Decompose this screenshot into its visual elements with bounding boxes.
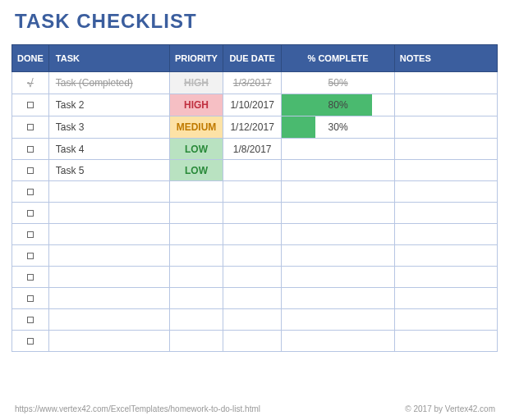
cell-notes[interactable] bbox=[394, 267, 497, 288]
cell-done[interactable] bbox=[12, 203, 49, 224]
cell-notes[interactable] bbox=[394, 309, 497, 331]
table-row bbox=[12, 309, 498, 331]
table-row bbox=[12, 245, 498, 267]
cell-task[interactable] bbox=[48, 309, 169, 331]
cell-task[interactable] bbox=[48, 267, 169, 288]
cell-task[interactable] bbox=[48, 245, 169, 267]
cell-due-date[interactable]: 1/8/2017 bbox=[223, 139, 281, 160]
cell-due-date[interactable] bbox=[223, 331, 281, 352]
cell-notes[interactable] bbox=[394, 72, 497, 94]
cell-notes[interactable] bbox=[394, 224, 497, 245]
cell-done[interactable] bbox=[12, 288, 49, 309]
cell-priority[interactable] bbox=[170, 331, 223, 352]
table-row: √Task (Completed)HIGH1/3/201750% bbox=[12, 72, 498, 94]
table-row bbox=[12, 181, 498, 203]
checkbox-icon bbox=[27, 189, 34, 195]
cell-task[interactable]: Task 5 bbox=[48, 160, 169, 181]
cell-task[interactable] bbox=[48, 331, 169, 352]
cell-pct-complete[interactable] bbox=[282, 331, 395, 352]
cell-due-date[interactable]: 1/10/2017 bbox=[223, 94, 281, 116]
cell-pct-complete[interactable] bbox=[282, 139, 395, 160]
table-row: Task 2HIGH1/10/201780% bbox=[12, 94, 498, 116]
cell-task[interactable]: Task (Completed) bbox=[48, 72, 169, 94]
cell-due-date[interactable] bbox=[223, 224, 281, 245]
cell-done[interactable] bbox=[12, 116, 49, 139]
cell-pct-complete[interactable]: 30% bbox=[282, 116, 395, 139]
cell-task[interactable]: Task 3 bbox=[48, 116, 169, 139]
cell-done[interactable] bbox=[12, 160, 49, 181]
pct-label: 50% bbox=[282, 72, 394, 94]
table-row bbox=[12, 331, 498, 352]
cell-notes[interactable] bbox=[394, 181, 497, 203]
cell-done[interactable]: √ bbox=[12, 72, 49, 94]
col-header-pct: % COMPLETE bbox=[282, 45, 395, 72]
cell-pct-complete[interactable] bbox=[282, 224, 395, 245]
cell-notes[interactable] bbox=[394, 160, 497, 181]
table-row bbox=[12, 288, 498, 309]
cell-notes[interactable] bbox=[394, 331, 497, 352]
cell-notes[interactable] bbox=[394, 94, 497, 116]
cell-done[interactable] bbox=[12, 245, 49, 267]
cell-priority[interactable]: HIGH bbox=[170, 72, 223, 94]
cell-pct-complete[interactable] bbox=[282, 288, 395, 309]
cell-done[interactable] bbox=[12, 267, 49, 288]
checkbox-icon bbox=[27, 167, 34, 174]
cell-task[interactable]: Task 2 bbox=[48, 94, 169, 116]
cell-pct-complete[interactable] bbox=[282, 160, 395, 181]
col-header-priority: PRIORITY bbox=[170, 45, 223, 72]
cell-priority[interactable]: MEDIUM bbox=[170, 116, 223, 139]
cell-priority[interactable] bbox=[170, 267, 223, 288]
cell-due-date[interactable] bbox=[223, 203, 281, 224]
cell-pct-complete[interactable] bbox=[282, 267, 395, 288]
cell-priority[interactable]: HIGH bbox=[170, 94, 223, 116]
cell-pct-complete[interactable]: 50% bbox=[282, 72, 395, 94]
checkbox-icon bbox=[27, 253, 34, 259]
cell-pct-complete[interactable] bbox=[282, 309, 395, 331]
checkbox-icon bbox=[27, 274, 34, 281]
cell-done[interactable] bbox=[12, 181, 49, 203]
cell-due-date[interactable] bbox=[223, 160, 281, 181]
col-header-due: DUE DATE bbox=[223, 45, 281, 72]
cell-task[interactable] bbox=[48, 288, 169, 309]
cell-notes[interactable] bbox=[394, 203, 497, 224]
task-table: DONE TASK PRIORITY DUE DATE % COMPLETE N… bbox=[11, 44, 498, 352]
cell-due-date[interactable]: 1/12/2017 bbox=[223, 116, 281, 139]
cell-due-date[interactable] bbox=[223, 309, 281, 331]
cell-pct-complete[interactable] bbox=[282, 203, 395, 224]
cell-due-date[interactable] bbox=[223, 288, 281, 309]
cell-task[interactable]: Task 4 bbox=[48, 139, 169, 160]
cell-due-date[interactable] bbox=[223, 245, 281, 267]
cell-task[interactable] bbox=[48, 224, 169, 245]
cell-pct-complete[interactable] bbox=[282, 181, 395, 203]
cell-due-date[interactable]: 1/3/2017 bbox=[223, 72, 281, 94]
cell-priority[interactable] bbox=[170, 203, 223, 224]
table-row: Task 5LOW bbox=[12, 160, 498, 181]
cell-task[interactable] bbox=[48, 181, 169, 203]
cell-pct-complete[interactable]: 80% bbox=[282, 94, 395, 116]
table-header-row: DONE TASK PRIORITY DUE DATE % COMPLETE N… bbox=[12, 45, 498, 72]
cell-pct-complete[interactable] bbox=[282, 245, 395, 267]
cell-task[interactable] bbox=[48, 203, 169, 224]
cell-priority[interactable] bbox=[170, 309, 223, 331]
cell-done[interactable] bbox=[12, 309, 49, 331]
cell-notes[interactable] bbox=[394, 245, 497, 267]
cell-priority[interactable] bbox=[170, 288, 223, 309]
cell-priority[interactable] bbox=[170, 181, 223, 203]
cell-priority[interactable]: LOW bbox=[170, 160, 223, 181]
cell-due-date[interactable] bbox=[223, 181, 281, 203]
checkbox-icon bbox=[27, 338, 34, 345]
cell-done[interactable] bbox=[12, 94, 49, 116]
cell-notes[interactable] bbox=[394, 288, 497, 309]
cell-notes[interactable] bbox=[394, 116, 497, 139]
cell-notes[interactable] bbox=[394, 139, 497, 160]
pct-label: 80% bbox=[282, 94, 394, 116]
checkbox-icon bbox=[27, 146, 34, 153]
cell-due-date[interactable] bbox=[223, 267, 281, 288]
cell-priority[interactable]: LOW bbox=[170, 139, 223, 160]
cell-done[interactable] bbox=[12, 139, 49, 160]
cell-priority[interactable] bbox=[170, 224, 223, 245]
cell-done[interactable] bbox=[12, 331, 49, 352]
cell-done[interactable] bbox=[12, 224, 49, 245]
checkbox-icon bbox=[27, 124, 34, 130]
cell-priority[interactable] bbox=[170, 245, 223, 267]
